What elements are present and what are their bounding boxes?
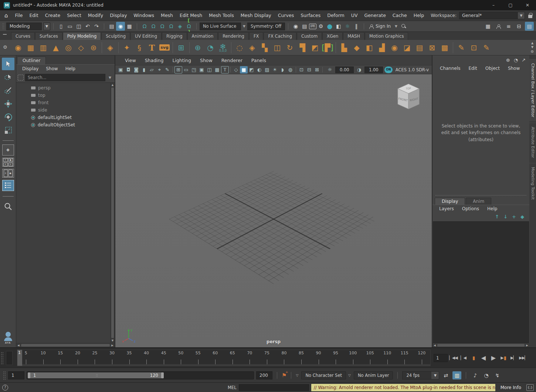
save-scene-icon[interactable]: ◫ <box>74 22 83 31</box>
outliner-tab[interactable]: Outliner <box>17 57 46 64</box>
viewport-menu-item[interactable]: Shading <box>140 58 168 63</box>
go-to-end-button[interactable]: ▶▶▏ <box>518 353 528 363</box>
shelf-tab[interactable]: XGen <box>322 32 343 40</box>
channel-box-menu-item[interactable]: Object <box>482 66 503 71</box>
chevron-down-icon[interactable]: ▼ <box>43 23 50 30</box>
shelf-tab[interactable]: UV Editing <box>130 32 162 40</box>
poly-disc-icon[interactable]: ⊛ <box>87 41 100 54</box>
scale-tool[interactable] <box>2 124 14 137</box>
menu-item[interactable]: Mesh Tools <box>206 10 237 21</box>
symmetry-object-icon[interactable]: ◈ <box>246 41 258 54</box>
shelf-tab[interactable]: FX Caching <box>264 32 296 40</box>
poly-plane-icon[interactable]: ◇ <box>75 41 87 54</box>
layer-list[interactable] <box>433 221 529 343</box>
loop-icon[interactable]: ⇄ <box>441 371 450 379</box>
outliner-persp-layout-button[interactable] <box>2 180 14 191</box>
menu-item[interactable]: Modify <box>85 10 106 21</box>
outliner-item[interactable]: defaultLightSet <box>16 114 110 121</box>
sweep-mesh-icon[interactable]: ⊞ <box>175 41 187 54</box>
menu-item[interactable]: Select <box>64 10 85 21</box>
snap-to-projected-center-icon[interactable]: Ω <box>167 22 176 31</box>
playback-range-bar[interactable]: 1 120 <box>28 372 164 378</box>
four-pane-layout-button[interactable]: +◆++ <box>2 158 14 167</box>
mirror-icon[interactable]: ◩ <box>309 41 321 54</box>
layer-editor-menu-item[interactable]: Layers <box>435 206 458 211</box>
outliner-vertical-scrollbar[interactable]: ▲ ▼ <box>110 83 115 343</box>
menu-item[interactable]: Help <box>410 10 428 21</box>
outliner-item[interactable]: top <box>16 92 110 99</box>
super-ellipse-icon[interactable]: ✦ <box>121 41 133 54</box>
sidebar-tab[interactable]: Channel Box / Layer Editor <box>529 59 536 121</box>
separate-icon[interactable]: ◫ <box>271 41 284 54</box>
character-set-select[interactable]: No Character Set <box>301 371 346 379</box>
locator-icon[interactable]: ⊕ <box>191 41 204 54</box>
menu-item[interactable]: File <box>12 10 26 21</box>
menu-item[interactable]: Create <box>42 10 64 21</box>
move-layer-down-icon[interactable]: ↓ <box>503 214 508 219</box>
select-hierarchy-icon[interactable]: ▤ <box>107 22 116 31</box>
exposure-field[interactable] <box>335 67 354 73</box>
symmetry-field[interactable]: Symmetry: Off <box>247 23 285 30</box>
step-forward-key-button[interactable]: ▶▮ <box>498 353 508 363</box>
chevron-down-icon[interactable]: ▼ <box>518 12 525 19</box>
render-settings-icon[interactable]: ⚙ <box>316 22 325 31</box>
snap-to-view-planes-icon[interactable]: ◈ <box>176 22 184 31</box>
gamma-icon[interactable]: ◑ <box>355 66 363 74</box>
color-management-toggle[interactable]: ON <box>384 67 393 73</box>
render-current-frame-icon[interactable]: ▤ <box>300 22 309 31</box>
poly-torus-icon[interactable]: ◎ <box>62 41 75 54</box>
single-pane-layout-button[interactable]: ❖ <box>2 144 14 156</box>
viewport-menu-item[interactable]: Panels <box>247 58 271 63</box>
svg-icon[interactable]: svg <box>158 41 171 54</box>
exposure-icon[interactable]: ☼ <box>326 66 334 74</box>
quad-draw-icon[interactable]: ◌ <box>233 41 246 54</box>
gate-mask-icon[interactable]: ▣ <box>198 66 206 74</box>
rotate-tool[interactable] <box>2 111 14 123</box>
viewport-menu-item[interactable]: Lighting <box>168 58 196 63</box>
boolean-icon[interactable]: ▜ <box>296 41 309 54</box>
current-frame-field[interactable] <box>434 354 448 362</box>
platonic-solid-icon[interactable]: ◈ <box>104 41 116 54</box>
chevron-down-icon[interactable]: ▼ <box>431 372 439 379</box>
more-info-button[interactable]: More Info <box>498 385 524 390</box>
move-layer-up-icon[interactable]: ↑ <box>495 214 499 219</box>
select-object-icon[interactable]: ◉ <box>116 22 125 31</box>
occlusion-icon[interactable]: ◍ <box>286 66 294 74</box>
step-forward-frame-button[interactable]: ▶▏ <box>508 353 518 363</box>
view-transform-select[interactable]: ACES 1.0 SDR-v <box>394 67 430 72</box>
shelf-tab[interactable]: Poly Modeling <box>63 32 101 40</box>
outliner-menu-item[interactable]: Display <box>19 66 41 71</box>
pan-zoom-icon[interactable]: ⌖ <box>156 66 163 74</box>
chevron-down-icon[interactable]: ▽ <box>348 374 351 377</box>
outliner-item[interactable]: front <box>16 99 110 106</box>
extrude-icon[interactable]: ▙ <box>338 41 350 54</box>
shelf-tab[interactable]: Animation <box>187 32 218 40</box>
xray-icon[interactable]: ⊟ <box>305 66 313 74</box>
animation-preferences-icon[interactable]: ▥ <box>452 371 461 379</box>
shelf-tab[interactable]: Rendering <box>218 32 249 40</box>
mel-label[interactable]: MEL <box>228 385 237 390</box>
anim-layer-select[interactable]: No Anim Layer <box>354 371 393 379</box>
character-controls-toggle[interactable] <box>494 22 503 31</box>
layer-editor-tab[interactable]: Display <box>435 198 465 205</box>
undo-icon[interactable]: ↶ <box>83 22 92 31</box>
circularize-icon[interactable]: ◉ <box>388 41 401 54</box>
poly-sphere-icon[interactable]: ◉ <box>12 41 24 54</box>
move-tool[interactable] <box>2 98 14 110</box>
bevel-icon[interactable]: ◆ <box>350 41 363 54</box>
shelf-tab[interactable]: Surfaces <box>35 32 62 40</box>
gamma-field[interactable] <box>364 67 383 73</box>
range-drag-grip[interactable] <box>96 374 98 377</box>
lattice-icon[interactable]: ⊡ <box>468 41 480 54</box>
snap-to-origin-icon[interactable]: ❄0,0,0 <box>217 41 229 54</box>
shelf-scroll-up-icon[interactable]: ▲ <box>531 41 533 45</box>
viewport-menu-item[interactable]: Renderer <box>217 58 247 63</box>
redo-icon[interactable]: ↷ <box>92 22 101 31</box>
shelf-tab[interactable]: Motion Graphics <box>365 32 408 40</box>
select-camera-icon[interactable]: ▣ <box>117 66 125 74</box>
minimize-button[interactable]: – <box>485 0 502 10</box>
mel-input[interactable] <box>239 384 309 391</box>
range-start-handle[interactable] <box>28 372 30 378</box>
field-chart-icon[interactable]: ◫ <box>206 66 213 74</box>
lock-icon[interactable] <box>528 15 532 18</box>
